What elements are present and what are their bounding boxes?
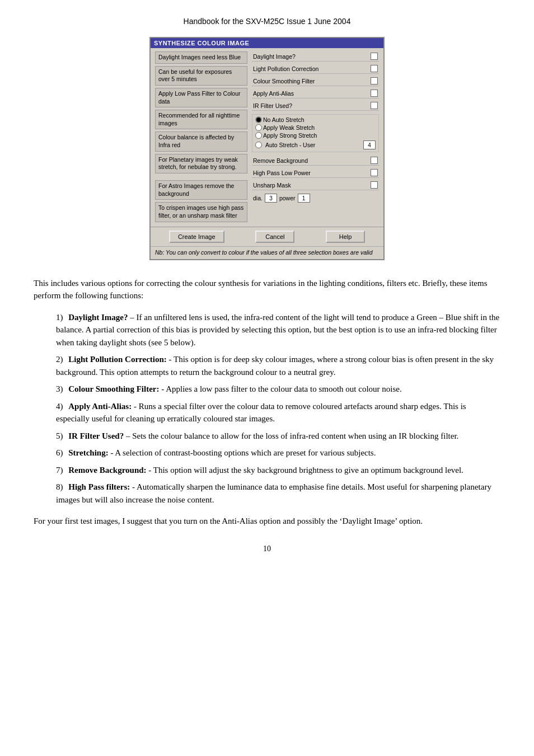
unsharp-power-input[interactable] (298, 194, 310, 203)
right-row-smoothing: Colour Smoothing Filter (252, 76, 379, 86)
dialog-body: Daylight Images need less Blue Can be us… (151, 48, 383, 227)
antialias-checkbox[interactable] (371, 90, 378, 97)
right-row-highpass: High Pass Low Power (252, 168, 379, 178)
left-section-1: Daylight Images need less Blue (155, 51, 247, 64)
right-row-antialias: Apply Anti-Alias (252, 88, 379, 98)
help-button[interactable]: Help (326, 231, 365, 243)
pollution-checkbox[interactable] (371, 65, 378, 72)
smoothing-checkbox[interactable] (371, 77, 378, 84)
right-row-unsharp: Unsharp Mask (252, 180, 379, 190)
weak-stretch-radio[interactable] (255, 124, 262, 131)
right-row-pollution: Light Pollution Correction (252, 64, 379, 74)
page-header: Handbook for the SXV-M25C Issue 1 June 2… (34, 17, 500, 26)
synthesize-dialog: SYNTHESIZE COLOUR IMAGE Daylight Images … (149, 37, 385, 260)
dialog-title: SYNTHESIZE COLOUR IMAGE (151, 38, 383, 48)
irfilter-checkbox[interactable] (371, 102, 378, 109)
dialog-right-column: Daylight Image? Light Pollution Correcti… (252, 51, 379, 223)
dialog-left-column: Daylight Images need less Blue Can be us… (155, 51, 247, 223)
dialog-buttons: Create Image Cancel Help (151, 227, 383, 246)
highpass-checkbox[interactable] (371, 169, 378, 176)
list-item-6: 6) Stretching: - A selection of contrast… (56, 447, 500, 459)
unsharp-checkbox[interactable] (371, 181, 378, 189)
auto-stretch-input[interactable] (363, 140, 376, 149)
list-item-3: 3) Colour Smoothing Filter: - Applies a … (56, 383, 500, 396)
auto-stretch-radio[interactable] (255, 142, 262, 148)
left-section-8: To crispen images use high pass filter, … (155, 202, 247, 222)
cancel-button[interactable]: Cancel (255, 231, 294, 243)
unsharp-params-row: dia. power (252, 192, 379, 204)
list-item-1: 1) Daylight Image? – If an unfiltered le… (56, 311, 500, 349)
left-section-7: For Astro Images remove the background (155, 180, 247, 200)
create-image-button[interactable]: Create Image (169, 231, 224, 243)
no-stretch-radio[interactable] (255, 116, 262, 123)
radio-no-stretch: No Auto Stretch (254, 116, 377, 124)
removebg-checkbox[interactable] (371, 157, 378, 164)
radio-strong-stretch: Apply Strong Stretch (254, 132, 377, 139)
auto-stretch-row: Auto Stretch - User (254, 139, 377, 151)
dialog-note: Nb: You can only convert to colour if th… (151, 246, 383, 259)
left-section-4: Recommended for all nighttime images (155, 110, 247, 129)
footer-paragraph: For your first test images, I suggest th… (34, 515, 500, 528)
strong-stretch-radio[interactable] (255, 132, 262, 139)
left-section-5: Colour balance is affected by Infra red (155, 132, 247, 151)
list-item-2: 2) Light Pollution Correction: - This op… (56, 353, 500, 378)
unsharp-dia-input[interactable] (265, 194, 277, 203)
intro-paragraph: This includes various options for correc… (34, 277, 500, 302)
left-section-6: For Planetary images try weak stretch, f… (155, 154, 247, 173)
left-section-2: Can be useful for exposures over 5 minut… (155, 66, 247, 86)
page-number: 10 (34, 544, 500, 553)
header-title: Handbook for the SXV-M25C Issue 1 June 2… (184, 17, 351, 26)
right-row-irfilter: IR Filter Used? (252, 101, 379, 111)
radio-weak-stretch: Apply Weak Stretch (254, 124, 377, 132)
list-item-5: 5) IR Filter Used? – Sets the colour bal… (56, 430, 500, 443)
left-section-3: Apply Low Pass Filter to Colour data (155, 88, 247, 107)
stretch-section: No Auto Stretch Apply Weak Stretch Apply… (252, 114, 379, 152)
right-row-removebg: Remove Background (252, 156, 379, 166)
right-row-daylight: Daylight Image? (252, 51, 379, 62)
list-item-8: 8) High Pass filters: - Automatically sh… (56, 481, 500, 506)
daylight-checkbox[interactable] (371, 53, 378, 60)
dialog-container: SYNTHESIZE COLOUR IMAGE Daylight Images … (34, 37, 500, 260)
list-item-4: 4) Apply Anti-Alias: - Runs a special fi… (56, 400, 500, 425)
list-item-7: 7) Remove Background: - This option will… (56, 464, 500, 477)
feature-list: 1) Daylight Image? – If an unfiltered le… (56, 311, 500, 506)
